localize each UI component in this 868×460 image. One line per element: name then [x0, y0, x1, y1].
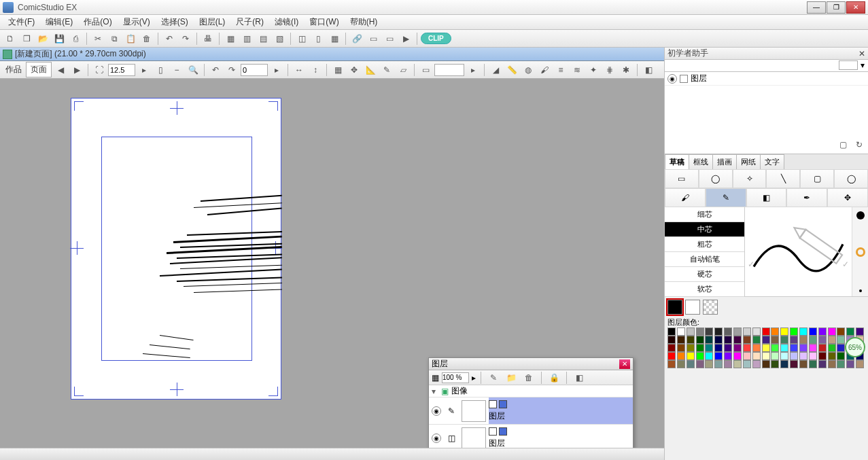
new-icon[interactable]: 🗋	[3, 31, 18, 46]
rotate-right-icon[interactable]: ↷	[224, 63, 239, 77]
add-icon[interactable]: ▢	[835, 137, 850, 152]
menu-item[interactable]: 滤镜(I)	[269, 15, 304, 29]
background-color[interactable]	[685, 300, 700, 315]
new-page-icon[interactable]: ❒	[19, 31, 34, 46]
lock-icon[interactable]: 🔒	[546, 370, 561, 385]
palette-color[interactable]	[818, 328, 827, 336]
redo-icon[interactable]: ↷	[178, 31, 193, 46]
palette-color[interactable]	[790, 352, 798, 360]
palette-color[interactable]	[677, 336, 685, 344]
swatch-box[interactable]	[839, 60, 858, 70]
palette-color[interactable]	[733, 360, 742, 368]
palette-color[interactable]	[752, 352, 761, 360]
palette-color[interactable]	[696, 336, 704, 344]
palette-color[interactable]	[667, 360, 676, 368]
palette-color[interactable]	[687, 360, 695, 368]
palette-color[interactable]	[799, 328, 808, 336]
slider-thumb[interactable]	[856, 247, 865, 257]
close-button[interactable]: ✕	[846, 1, 865, 14]
flip-h-icon[interactable]: ↔	[292, 63, 307, 77]
pen-item[interactable]: 软芯	[665, 282, 744, 297]
menu-item[interactable]: 显示(V)	[118, 15, 156, 29]
win1-icon[interactable]: ▭	[366, 31, 381, 46]
transparent-color[interactable]	[703, 300, 718, 315]
pen-item[interactable]: 自动铅笔	[665, 252, 744, 267]
beginner-panel-header[interactable]: 初学者助手 ✕	[665, 48, 868, 60]
close-icon[interactable]: ✕	[619, 359, 630, 369]
chevron-left-icon[interactable]: ◀	[53, 63, 68, 77]
layers-panel-title[interactable]: 图层 ✕	[429, 358, 633, 370]
pen-item[interactable]: 硬芯	[665, 267, 744, 282]
palette-color[interactable]	[828, 344, 836, 352]
pen-icon[interactable]: ✎	[379, 63, 394, 77]
menu-item[interactable]: 窗口(W)	[304, 15, 344, 29]
palette-color[interactable]	[724, 328, 732, 336]
palette-color[interactable]	[696, 352, 704, 360]
palette-color[interactable]	[780, 352, 788, 360]
panel3-icon[interactable]: ▤	[256, 31, 271, 46]
palette-color[interactable]	[752, 344, 761, 352]
palette-color[interactable]	[809, 328, 817, 336]
panel2-icon[interactable]: ▥	[239, 31, 254, 46]
palette-color[interactable]	[724, 344, 732, 352]
eye-icon[interactable]: ◉	[432, 406, 441, 416]
eye-icon[interactable]: ◉	[432, 434, 441, 443]
snap-icon[interactable]: ✥	[347, 63, 362, 77]
palette-color[interactable]	[752, 328, 761, 336]
palette-color[interactable]	[714, 360, 723, 368]
palette-color[interactable]	[752, 336, 761, 344]
check-icon[interactable]: ✓	[748, 260, 754, 269]
tool-tab[interactable]: 网纸	[736, 154, 761, 169]
palette-color[interactable]	[818, 336, 827, 344]
menu-item[interactable]: 文件(F)	[3, 15, 40, 29]
move-tool-icon[interactable]: ✥	[827, 188, 868, 207]
palette-color[interactable]	[809, 360, 817, 368]
tool-perspective-icon[interactable]: ✦	[586, 63, 601, 77]
chevron-down-icon[interactable]: ▾	[858, 60, 867, 70]
maximize-button[interactable]: ❐	[827, 1, 846, 14]
palette-color[interactable]	[828, 352, 836, 360]
ruler2-icon[interactable]: ▱	[396, 63, 411, 77]
palette-color[interactable]	[809, 352, 817, 360]
menu-item[interactable]: 图层(L)	[194, 15, 231, 29]
palette-color[interactable]	[677, 328, 685, 336]
palette-color[interactable]	[724, 352, 732, 360]
link-icon[interactable]: 🔗	[349, 31, 364, 46]
fit-icon[interactable]: ⛶	[92, 63, 107, 77]
pen-item[interactable]: 粗芯	[665, 237, 744, 252]
layer-row[interactable]: ◉ 图层	[665, 72, 868, 86]
palette-color[interactable]	[762, 360, 770, 368]
page-label[interactable]: 页面	[26, 62, 52, 77]
nav-go-icon[interactable]: ▸	[466, 63, 481, 77]
palette-color[interactable]	[696, 360, 704, 368]
refresh-icon[interactable]: ↻	[852, 137, 867, 152]
palette-color[interactable]	[714, 328, 723, 336]
view1-icon[interactable]: ▭	[418, 63, 433, 77]
palette-color[interactable]	[743, 344, 751, 352]
palette-color[interactable]	[743, 336, 751, 344]
tool-tab[interactable]: 框线	[689, 154, 713, 169]
panel4-icon[interactable]: ▧	[272, 31, 287, 46]
palette-color[interactable]	[790, 328, 798, 336]
tool-tab[interactable]: 描画	[712, 154, 737, 169]
ellipse-tool-icon[interactable]: ◯	[834, 169, 868, 188]
opacity-badge[interactable]: 65%	[845, 337, 865, 357]
palette-color[interactable]	[837, 328, 845, 336]
palette-color[interactable]	[771, 336, 779, 344]
opacity-menu-icon[interactable]: ▸	[472, 373, 476, 383]
palette-color[interactable]	[714, 344, 723, 352]
ruler-icon[interactable]: 📐	[363, 63, 378, 77]
panel1-icon[interactable]: ▦	[223, 31, 238, 46]
palette-color[interactable]	[667, 352, 676, 360]
zoom-input[interactable]	[108, 64, 135, 76]
cut-icon[interactable]: ✂	[90, 31, 105, 46]
palette-color[interactable]	[705, 336, 713, 344]
undo-icon[interactable]: ↶	[162, 31, 177, 46]
palette-color[interactable]	[667, 328, 676, 336]
pen-tool-icon[interactable]: ✒	[786, 188, 827, 207]
palette-color[interactable]	[733, 352, 742, 360]
palette-color[interactable]	[714, 336, 723, 344]
palette-color[interactable]	[818, 360, 827, 368]
play-icon[interactable]: ▶	[398, 31, 413, 46]
layer-row[interactable]: ◉ ✎ 图层	[429, 397, 633, 425]
